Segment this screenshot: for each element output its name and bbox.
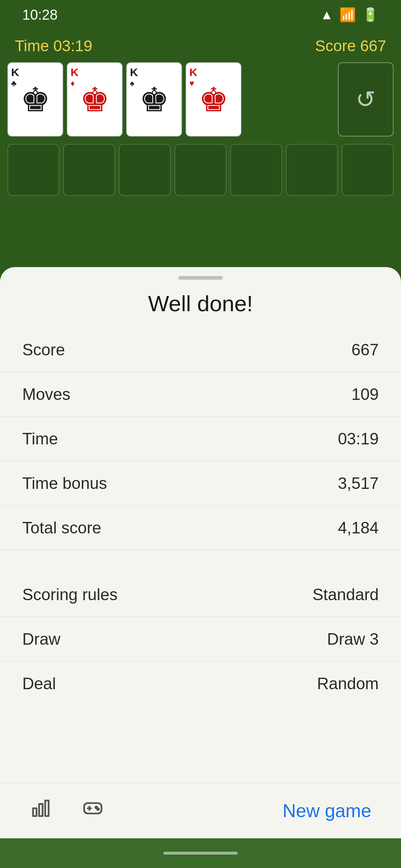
foundation-card-diamonds[interactable]: K ♦ ♚ xyxy=(67,62,123,137)
signal-icon: 📶 xyxy=(339,7,356,23)
new-game-button[interactable]: New game xyxy=(275,796,379,825)
tableau-slot-3[interactable] xyxy=(119,144,171,196)
tableau-slot-7[interactable] xyxy=(342,144,394,196)
game-header: Time 03:19 Score 667 xyxy=(0,30,401,59)
bottom-sheet: Well done! Score 667 Moves 109 Time 03:1… xyxy=(0,267,401,868)
tableau-slot-6[interactable] xyxy=(286,144,338,196)
svg-point-7 xyxy=(97,808,99,810)
stat-label-score: Score xyxy=(22,341,65,359)
stat-value-draw: Draw 3 xyxy=(327,630,379,648)
foundation-area: K ♣ ♚ K ♦ ♚ K ♠ ♚ K ♥ ♚ xyxy=(0,59,401,140)
svg-rect-1 xyxy=(39,804,42,816)
stat-value-time: 03:19 xyxy=(338,430,379,448)
stat-label-time: Time xyxy=(22,430,58,448)
svg-rect-0 xyxy=(33,808,36,816)
stat-value-scoring-rules: Standard xyxy=(312,585,379,604)
foundation-card-hearts[interactable]: K ♥ ♚ xyxy=(186,62,241,137)
stat-row-total-score: Total score 4,184 xyxy=(0,506,401,550)
game-area: Time 03:19 Score 667 K ♣ ♚ K ♦ ♚ K ♠ ♚ xyxy=(0,30,401,868)
stat-row-time-bonus: Time bonus 3,517 xyxy=(0,461,401,506)
tableau-area xyxy=(0,140,401,200)
stat-value-total-score: 4,184 xyxy=(338,519,379,537)
foundation-card-clubs[interactable]: K ♣ ♚ xyxy=(7,62,63,137)
status-time: 10:28 xyxy=(22,7,58,23)
undo-button[interactable]: ↺ xyxy=(338,62,394,137)
stat-row-time: Time 03:19 xyxy=(0,417,401,461)
gamepad-icon-button[interactable] xyxy=(74,792,111,829)
gamepad-icon xyxy=(82,798,103,823)
stat-row-deal: Deal Random xyxy=(0,661,401,706)
battery-icon: 🔋 xyxy=(362,7,379,23)
svg-rect-2 xyxy=(45,800,49,816)
card-face-hearts: ♚ xyxy=(186,63,241,136)
time-display: Time 03:19 xyxy=(15,37,92,55)
wifi-icon: ▲ xyxy=(320,7,333,23)
stat-value-deal: Random xyxy=(317,674,379,693)
stat-row-scoring-rules: Scoring rules Standard xyxy=(0,572,401,617)
nav-bar xyxy=(0,838,401,868)
stat-label-total-score: Total score xyxy=(22,519,101,537)
tableau-slot-1[interactable] xyxy=(7,144,59,196)
tableau-slot-2[interactable] xyxy=(63,144,115,196)
status-bar: 10:28 ▲ 📶 🔋 xyxy=(0,0,401,30)
foundation-card-spades[interactable]: K ♠ ♚ xyxy=(126,62,182,137)
bar-chart-icon xyxy=(30,798,51,823)
stat-value-time-bonus: 3,517 xyxy=(338,474,379,493)
stat-label-moves: Moves xyxy=(22,385,71,404)
stat-row-draw: Draw Draw 3 xyxy=(0,617,401,661)
stat-label-time-bonus: Time bonus xyxy=(22,474,107,493)
card-face-clubs: ♚ xyxy=(8,63,62,136)
stat-row-score: Score 667 xyxy=(0,328,401,372)
nav-indicator xyxy=(163,852,238,855)
stat-label-deal: Deal xyxy=(22,674,56,693)
sheet-title: Well done! xyxy=(0,291,401,316)
stat-row-moves: Moves 109 xyxy=(0,372,401,417)
stats-icon-button[interactable] xyxy=(22,792,59,829)
tableau-slot-5[interactable] xyxy=(230,144,282,196)
card-face-spades: ♚ xyxy=(127,63,181,136)
stat-value-moves: 109 xyxy=(352,385,379,404)
score-display: Score 667 xyxy=(315,37,386,55)
stat-value-score: 667 xyxy=(352,341,379,359)
sheet-handle xyxy=(178,276,223,280)
undo-icon: ↺ xyxy=(356,86,376,113)
card-face-diamonds: ♚ xyxy=(68,63,122,136)
spacer xyxy=(0,550,401,572)
stat-label-scoring-rules: Scoring rules xyxy=(22,585,118,604)
stat-label-draw: Draw xyxy=(22,630,61,648)
status-icons: ▲ 📶 🔋 xyxy=(320,7,379,23)
tableau-slot-4[interactable] xyxy=(175,144,226,196)
stats-list: Score 667 Moves 109 Time 03:19 Time bonu… xyxy=(0,328,401,783)
bottom-bar: New game xyxy=(0,783,401,838)
